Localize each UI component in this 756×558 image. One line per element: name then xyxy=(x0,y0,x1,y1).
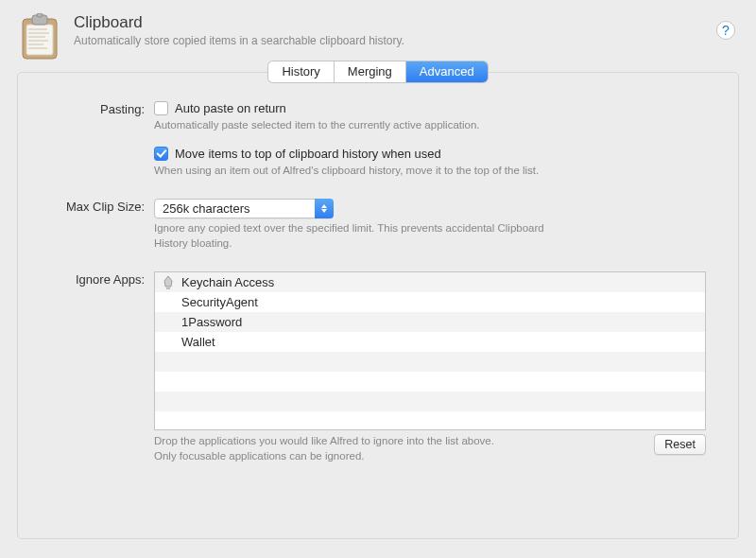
tab-merging[interactable]: Merging xyxy=(335,61,406,82)
list-item[interactable] xyxy=(155,392,705,411)
list-item[interactable] xyxy=(155,352,705,372)
content-panel: History Merging Advanced Pasting: Auto p… xyxy=(17,72,739,539)
list-item[interactable]: SecurityAgent xyxy=(155,292,705,312)
app-icon xyxy=(161,295,176,310)
list-item-label: SecurityAgent xyxy=(181,295,258,309)
header: Clipboard Automatically store copied ite… xyxy=(0,0,756,70)
auto-paste-checkbox[interactable] xyxy=(154,101,168,115)
list-item[interactable]: Keychain Access xyxy=(155,272,705,292)
page-title: Clipboard xyxy=(74,13,404,32)
max-clip-hint: Ignore any copied text over the specifie… xyxy=(154,221,551,251)
max-clip-size-value: 256k characters xyxy=(163,201,250,216)
select-stepper-icon xyxy=(315,199,334,218)
move-to-top-hint: When using an item out of Alfred's clipb… xyxy=(154,164,706,179)
reset-button[interactable]: Reset xyxy=(654,434,706,455)
pasting-label: Pasting: xyxy=(50,101,154,116)
auto-paste-text: Auto paste on return xyxy=(175,101,286,115)
move-to-top-text: Move items to top of clipboard history w… xyxy=(175,147,441,161)
list-item[interactable]: 1Password xyxy=(155,312,705,332)
tab-bar: History Merging Advanced xyxy=(268,61,487,82)
page-subtitle: Automatically store copied items in a se… xyxy=(74,34,404,47)
app-icon xyxy=(161,335,176,350)
keychain-icon xyxy=(161,275,176,290)
ignore-apps-label: Ignore Apps: xyxy=(50,271,154,287)
list-item[interactable] xyxy=(155,411,705,430)
clipboard-app-icon xyxy=(19,13,60,61)
svg-rect-3 xyxy=(37,13,43,17)
list-item-label: Wallet xyxy=(181,335,215,349)
max-clip-size-select[interactable]: 256k characters xyxy=(154,199,334,218)
tab-history[interactable]: History xyxy=(268,61,334,82)
help-button[interactable]: ? xyxy=(716,21,735,40)
list-item-label: Keychain Access xyxy=(181,275,274,289)
list-item[interactable] xyxy=(155,372,705,392)
ignore-apps-hint: Drop the applications you would like Alf… xyxy=(154,434,644,463)
list-item-label: 1Password xyxy=(181,315,242,329)
auto-paste-hint: Automatically paste selected item to the… xyxy=(154,118,706,133)
app-icon xyxy=(161,315,176,330)
max-clip-label: Max Clip Size: xyxy=(50,199,154,214)
ignore-apps-list[interactable]: Keychain Access SecurityAgent 1Password xyxy=(154,271,706,430)
tab-advanced[interactable]: Advanced xyxy=(406,61,488,82)
list-item[interactable]: Wallet xyxy=(155,332,705,352)
move-to-top-checkbox[interactable] xyxy=(154,147,168,161)
